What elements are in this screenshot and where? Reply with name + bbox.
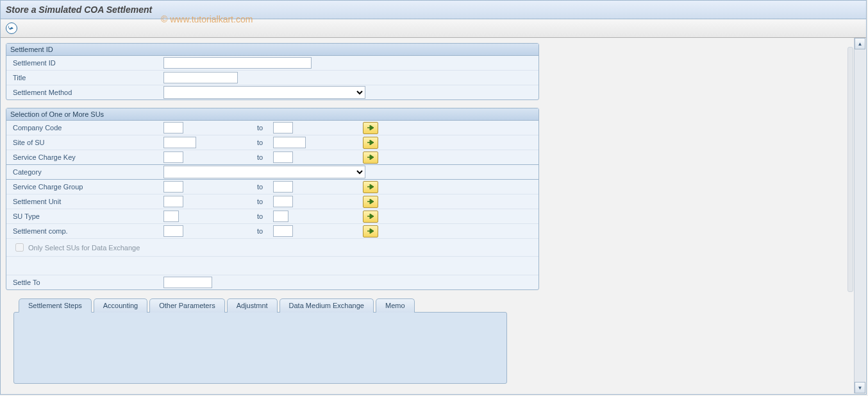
title-bar: Store a Simulated COA Settlement [1, 1, 866, 19]
input-site-su-from[interactable] [163, 137, 196, 148]
tab-settlement-steps[interactable]: Settlement Steps [19, 298, 92, 313]
input-settlement-comp-from[interactable] [163, 225, 183, 237]
label-company-code: Company Code [6, 124, 163, 132]
tab-adjustmnt[interactable]: Adjustmnt [227, 298, 278, 313]
input-settle-to[interactable] [163, 277, 212, 288]
input-settlement-unit-from[interactable] [163, 196, 183, 207]
multiple-selection-settlement-unit[interactable] [363, 196, 378, 208]
screen-root: Store a Simulated COA Settlement © www.t… [0, 0, 867, 395]
input-service-charge-group-to[interactable] [273, 181, 293, 193]
multiple-selection-su-type[interactable] [363, 211, 378, 223]
select-settlement-method[interactable] [163, 86, 365, 99]
label-to-service-charge-key: to [257, 153, 273, 161]
groupbox-settlement-id: Settlement ID Settlement ID Title Settle… [6, 43, 539, 100]
input-su-type-from[interactable] [163, 211, 179, 222]
label-title: Title [6, 74, 163, 82]
label-settle-to: Settle To [6, 279, 163, 286]
groupbox-header-selection-sus: Selection of One or More SUs [6, 108, 538, 121]
spacer-row [6, 256, 538, 275]
input-company-code-to[interactable] [273, 122, 293, 133]
input-site-su-to[interactable] [273, 137, 306, 148]
tab-data-medium-exchange[interactable]: Data Medium Exchange [280, 298, 374, 313]
input-settlement-id[interactable] [163, 57, 312, 69]
label-settlement-id: Settlement ID [6, 59, 163, 67]
page-title: Store a Simulated COA Settlement [6, 4, 152, 15]
groupbox-selection-sus: Selection of One or More SUs Company Cod… [6, 108, 539, 290]
label-to-service-charge-group: to [257, 183, 273, 191]
multiple-selection-service-charge-group[interactable] [363, 181, 378, 193]
label-settlement-comp: Settlement comp. [6, 227, 163, 235]
label-to-company-code: to [257, 124, 273, 132]
label-su-type: SU Type [6, 212, 163, 220]
label-to-settlement-unit: to [257, 198, 273, 205]
groupbox-body-settlement-id: Settlement ID Title Settlement Method [6, 56, 538, 99]
label-to-su-type: to [257, 212, 273, 220]
label-to-site-su: to [257, 139, 273, 146]
label-category: Category [6, 168, 163, 176]
execute-icon[interactable] [6, 22, 17, 34]
label-settlement-method: Settlement Method [6, 89, 163, 96]
multiple-selection-service-charge-key[interactable] [363, 151, 378, 164]
tab-memo[interactable]: Memo [376, 298, 415, 313]
groupbox-header-settlement-id: Settlement ID [6, 44, 538, 56]
scrollbar-vertical[interactable]: ▲ ▼ [854, 38, 865, 393]
tab-body [13, 312, 507, 384]
label-site-su: Site of SU [6, 139, 163, 146]
multiple-selection-settlement-comp[interactable] [363, 225, 378, 237]
label-only-select-sus: Only Select SUs for Data Exchange [28, 244, 140, 252]
multiple-selection-site-su[interactable] [363, 137, 378, 149]
input-service-charge-key-from[interactable] [163, 151, 183, 163]
input-su-type-to[interactable] [273, 211, 288, 222]
input-settlement-unit-to[interactable] [273, 196, 293, 207]
input-title[interactable] [163, 72, 238, 83]
row-only-select: Only Select SUs for Data Exchange [6, 238, 538, 256]
tabstrip: Settlement Steps Accounting Other Parame… [13, 298, 507, 384]
main-area: Settlement ID Settlement ID Title Settle… [1, 38, 866, 394]
label-service-charge-key: Service Charge Key [6, 153, 163, 161]
label-to-settlement-comp: to [257, 227, 273, 235]
scroll-up-icon[interactable]: ▲ [855, 38, 865, 49]
tab-other-parameters[interactable]: Other Parameters [149, 298, 224, 313]
tab-accounting[interactable]: Accounting [94, 298, 147, 313]
input-service-charge-group-from[interactable] [163, 181, 183, 193]
input-settlement-comp-to[interactable] [273, 225, 293, 237]
groupbox-body-selection-sus: Company Code to Site of SU to [6, 121, 538, 289]
tabs-row: Settlement Steps Accounting Other Parame… [13, 298, 507, 312]
scrollbar-inner-track[interactable] [847, 47, 853, 292]
input-company-code-from[interactable] [163, 122, 183, 133]
label-service-charge-group: Service Charge Group [6, 183, 163, 191]
checkbox-only-select-sus [15, 243, 24, 252]
toolbar: © www.tutorialkart.com [1, 19, 866, 38]
multiple-selection-company-code[interactable] [363, 122, 378, 134]
select-category[interactable] [163, 166, 365, 178]
input-service-charge-key-to[interactable] [273, 151, 293, 163]
scroll-down-icon[interactable]: ▼ [855, 382, 865, 393]
label-settlement-unit: Settlement Unit [6, 198, 163, 205]
